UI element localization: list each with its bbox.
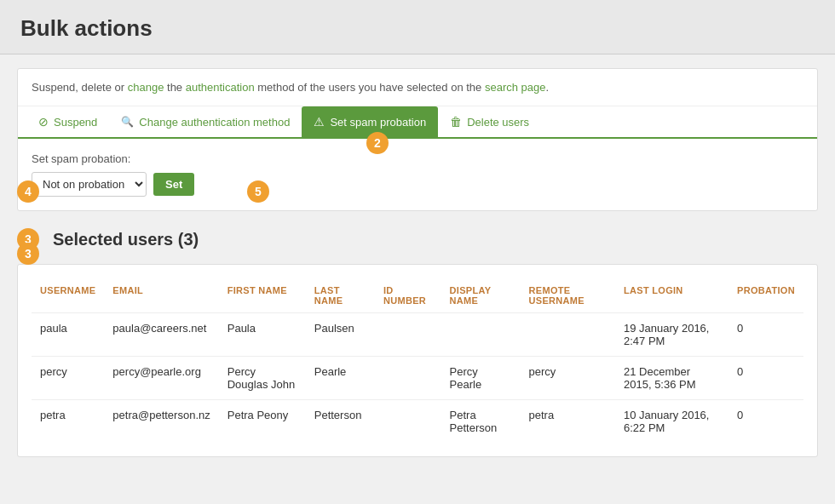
users-table-head: USERNAME EMAIL FIRST NAME LAST NAME ID N… xyxy=(32,278,803,313)
spam-label: Set spam probation: xyxy=(32,152,803,165)
col-display-name: DISPLAY NAME xyxy=(441,278,521,313)
change-auth-icon: 🔍 xyxy=(121,116,134,128)
col-remote-username: REMOTE USERNAME xyxy=(521,278,615,313)
cell-probation: 0 xyxy=(728,400,803,444)
cell-username: percy xyxy=(32,357,104,400)
page-header: Bulk actions xyxy=(0,0,835,54)
cell-email: paula@careers.net xyxy=(104,313,218,357)
info-bar: Suspend, delete or change the authentica… xyxy=(18,69,817,106)
tab-change-auth[interactable]: 🔍 Change authentication method xyxy=(109,107,302,137)
cell-username: paula xyxy=(32,313,104,357)
cell-email: petra@petterson.nz xyxy=(104,400,218,444)
tab-delete-users-label: Delete users xyxy=(467,116,529,129)
set-spam-icon: ⚠ xyxy=(314,115,325,129)
selected-users-title: Selected users (3) xyxy=(53,230,199,249)
users-table-body: paula paula@careers.net Paula Paulsen 19… xyxy=(32,313,803,444)
col-last-name: LAST NAME xyxy=(306,278,375,313)
tab-set-spam[interactable]: ⚠ Set spam probation xyxy=(302,106,438,137)
tab-set-spam-label: Set spam probation xyxy=(330,116,426,129)
cell-id-number xyxy=(375,357,441,400)
cell-first-name: Petra Peony xyxy=(219,400,306,444)
cell-last-login: 10 January 2016, 6:22 PM xyxy=(615,400,728,444)
table-row: paula paula@careers.net Paula Paulsen 19… xyxy=(32,313,803,357)
col-id-number: ID NUMBER xyxy=(375,278,441,313)
spam-select[interactable]: Not on probation On probation xyxy=(32,172,147,197)
table-row: percy percy@pearle.org Percy Douglas Joh… xyxy=(32,357,803,400)
cell-probation: 0 xyxy=(728,313,803,357)
cell-display-name xyxy=(441,313,521,357)
delete-icon: 🗑 xyxy=(450,115,462,129)
bulk-actions-card: Suspend, delete or change the authentica… xyxy=(17,68,818,211)
main-content: Suspend, delete or change the authentica… xyxy=(0,54,835,471)
tab-content-spam: Set spam probation: Not on probation On … xyxy=(18,139,817,210)
suspend-icon: ⊘ xyxy=(38,115,49,129)
cell-last-name: Petterson xyxy=(306,400,375,444)
cell-username: petra xyxy=(32,400,104,444)
page-title: Bulk actions xyxy=(20,15,815,42)
col-last-login: LAST LOGIN xyxy=(615,278,728,313)
cell-display-name: Percy Pearle xyxy=(441,357,521,400)
cell-first-name: Percy Douglas John xyxy=(219,357,306,400)
cell-remote-username xyxy=(521,313,615,357)
cell-last-login: 21 December 2015, 5:36 PM xyxy=(615,357,728,400)
cell-probation: 0 xyxy=(728,357,803,400)
users-card: USERNAME EMAIL FIRST NAME LAST NAME ID N… xyxy=(17,264,818,457)
table-row: petra petra@petterson.nz Petra Peony Pet… xyxy=(32,400,803,444)
tab-change-auth-label: Change authentication method xyxy=(139,116,290,129)
search-page-link[interactable]: search page xyxy=(485,81,546,94)
col-username: USERNAME xyxy=(32,278,104,313)
tabs-bar: ⊘ Suspend 🔍 Change authentication method… xyxy=(18,106,817,139)
change-link[interactable]: change xyxy=(128,81,164,94)
cell-id-number xyxy=(375,400,441,444)
cell-remote-username: percy xyxy=(521,357,615,400)
col-probation: PROBATION xyxy=(728,278,803,313)
tab-delete-users[interactable]: 🗑 Delete users xyxy=(438,106,541,137)
col-email: EMAIL xyxy=(104,278,218,313)
step3-badge: 3 xyxy=(17,228,39,250)
cell-id-number xyxy=(375,313,441,357)
tab-suspend-label: Suspend xyxy=(54,116,97,129)
column-headers-row: USERNAME EMAIL FIRST NAME LAST NAME ID N… xyxy=(32,278,803,313)
cell-last-name: Pearle xyxy=(306,357,375,400)
col-first-name: FIRST NAME xyxy=(219,278,306,313)
users-table: USERNAME EMAIL FIRST NAME LAST NAME ID N… xyxy=(32,278,803,443)
cell-last-login: 19 January 2016, 2:47 PM xyxy=(615,313,728,357)
set-button[interactable]: Set xyxy=(153,173,194,196)
cell-first-name: Paula xyxy=(219,313,306,357)
cell-remote-username: petra xyxy=(521,400,615,444)
tab-suspend[interactable]: ⊘ Suspend xyxy=(26,106,109,137)
cell-display-name: Petra Petterson xyxy=(441,400,521,444)
authentication-link[interactable]: authentication xyxy=(186,81,255,94)
cell-last-name: Paulsen xyxy=(306,313,375,357)
cell-email: percy@pearle.org xyxy=(104,357,218,400)
selected-users-header-row: 3 Selected users (3) xyxy=(17,228,818,250)
spam-controls: Not on probation On probation Set xyxy=(32,172,803,197)
